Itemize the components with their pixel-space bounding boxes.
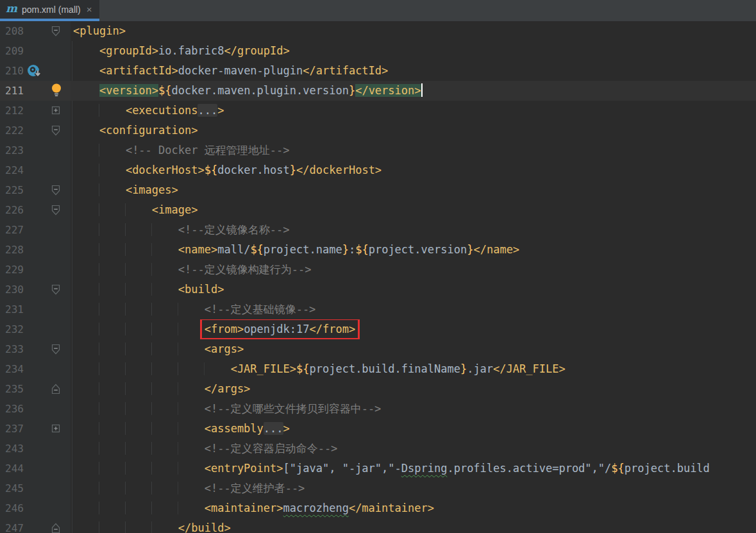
fold-marker-end[interactable] (51, 384, 60, 394)
editor[interactable]: 208<plugin>209 <groupId>io.fabric8</grou… (0, 21, 756, 533)
code-line-235[interactable]: 235 </args> (0, 379, 756, 399)
tab-close-icon[interactable]: × (85, 4, 92, 14)
code-text[interactable]: <!--定义哪些文件拷贝到容器中--> (71, 399, 756, 419)
code-line-210[interactable]: 210 <artifactId>docker-maven-plugin</art… (0, 61, 756, 81)
code-line-246[interactable]: 246 <maintainer>macrozheng</maintainer> (0, 498, 756, 518)
code-line-244[interactable]: 244 <entryPoint>["java", "-jar","-Dsprin… (0, 459, 756, 478)
code-line-211[interactable]: 211 <version>${docker.maven.plugin.versi… (0, 81, 756, 101)
code-line-223[interactable]: 223 <!-- Docker 远程管理地址--> (0, 140, 756, 160)
code-text[interactable]: <JAR_FILE>${project.build.finalName}.jar… (71, 359, 756, 379)
code-text[interactable]: <configuration> (71, 121, 756, 140)
fold-marker-expanded[interactable] (51, 125, 60, 136)
code-token: <executions (126, 104, 198, 117)
code-token: </dockerHost> (296, 164, 382, 176)
code-text[interactable]: <!--定义容器启动命令--> (71, 439, 756, 459)
code-text[interactable]: <!-- Docker 远程管理地址--> (71, 140, 756, 160)
code-line-232[interactable]: 232 <from>openjdk:17</from> (0, 319, 756, 339)
code-text[interactable]: <assembly...> (71, 419, 756, 439)
code-token: <maintainer> (205, 502, 283, 514)
code-token: io.fabric8 (158, 44, 224, 57)
code-token: </build> (178, 521, 231, 533)
code-line-226[interactable]: 226 <image> (0, 200, 756, 220)
code-token: .jar (467, 362, 493, 375)
code-line-228[interactable]: 228 <name>mall/${project.name}:${project… (0, 240, 756, 260)
code-line-225[interactable]: 225 <images> (0, 180, 756, 200)
fold-marker-expanded[interactable] (51, 185, 60, 196)
code-token: <!-- Docker 远程管理地址--> (126, 144, 290, 157)
code-line-231[interactable]: 231 <!--定义基础镜像--> (0, 300, 756, 319)
code-line-229[interactable]: 229 <!--定义镜像构建行为--> (0, 260, 756, 280)
indent-whitespace (73, 442, 205, 455)
code-line-245[interactable]: 245 <!--定义维护者--> (0, 478, 756, 498)
code-text[interactable]: </args> (71, 379, 756, 399)
code-token: <!--定义容器启动命令--> (205, 442, 338, 455)
fold-marker-expanded[interactable] (51, 284, 60, 295)
indent-whitespace (73, 124, 99, 137)
code-line-208[interactable]: 208<plugin> (0, 21, 756, 41)
code-line-237[interactable]: 237 <assembly...> (0, 419, 756, 439)
gutter: 235 (0, 379, 71, 399)
code-token: ... (197, 104, 217, 117)
code-token: </artifactId> (303, 64, 388, 77)
code-text[interactable]: <!--定义维护者--> (71, 478, 756, 498)
gutter: 246 (0, 498, 71, 518)
code-text[interactable]: <executions...> (71, 101, 756, 121)
fold-marker-collapsed[interactable] (51, 105, 60, 116)
code-text[interactable]: <build> (71, 280, 756, 300)
gutter: 210 (0, 61, 71, 81)
code-line-224[interactable]: 224 <dockerHost>${docker.host}</dockerHo… (0, 160, 756, 180)
code-text[interactable]: <!--定义镜像构建行为--> (71, 260, 756, 280)
fold-marker-end[interactable] (51, 523, 60, 533)
fold-marker-expanded[interactable] (51, 26, 60, 37)
indent-whitespace (73, 104, 126, 117)
line-number: 233 (5, 339, 24, 359)
indent-whitespace (73, 283, 178, 296)
code-line-234[interactable]: 234 <JAR_FILE>${project.build.finalName}… (0, 359, 756, 379)
code-token: docker.maven.plugin.version (172, 84, 349, 97)
code-line-243[interactable]: 243 <!--定义容器启动命令--> (0, 439, 756, 459)
code-text[interactable]: <groupId>io.fabric8</groupId> (71, 41, 756, 61)
indent-whitespace (73, 144, 126, 157)
code-token: </groupId> (224, 44, 289, 57)
tab-pom-xml[interactable]: m pom.xml (mall) × (0, 0, 99, 21)
code-text[interactable]: <from>openjdk:17</from> (71, 319, 756, 339)
code-token: } (460, 362, 467, 375)
code-text[interactable]: <entryPoint>["java", "-jar","-Dspring.pr… (71, 459, 756, 478)
code-text[interactable]: <args> (71, 339, 756, 359)
code-token: macrozheng (283, 502, 349, 514)
code-line-209[interactable]: 209 <groupId>io.fabric8</groupId> (0, 41, 756, 61)
code-line-222[interactable]: 222 <configuration> (0, 121, 756, 140)
code-line-230[interactable]: 230 <build> (0, 280, 756, 300)
fold-marker-expanded[interactable] (51, 344, 60, 355)
gutter: 233 (0, 339, 71, 359)
indent-whitespace (73, 422, 205, 435)
fold-marker-collapsed[interactable] (51, 423, 60, 434)
maven-download-icon[interactable] (27, 64, 42, 78)
code-text[interactable]: <maintainer>macrozheng</maintainer> (71, 498, 756, 518)
code-text[interactable]: <name>mall/${project.name}:${project.ver… (71, 240, 756, 260)
code-line-247[interactable]: 247 </build> (0, 518, 756, 533)
code-token: </name> (473, 243, 519, 256)
code-token: </maintainer> (349, 502, 434, 514)
indent-whitespace (73, 323, 205, 335)
bulb-icon[interactable] (51, 83, 67, 97)
line-number: 222 (5, 121, 24, 140)
code-text[interactable]: </build> (71, 518, 756, 533)
code-line-233[interactable]: 233 <args> (0, 339, 756, 359)
code-text[interactable]: <artifactId>docker-maven-plugin</artifac… (71, 61, 756, 81)
fold-marker-expanded[interactable] (51, 205, 60, 216)
code-line-212[interactable]: 212 <executions...> (0, 101, 756, 121)
code-line-227[interactable]: 227 <!--定义镜像名称--> (0, 220, 756, 240)
code-text[interactable]: <version>${docker.maven.plugin.version}<… (71, 81, 756, 101)
code-text[interactable]: <dockerHost>${docker.host}</dockerHost> (71, 160, 756, 180)
code-text[interactable]: <!--定义镜像名称--> (71, 220, 756, 240)
code-text[interactable]: <!--定义基础镜像--> (71, 300, 756, 319)
code-token: <!--定义基础镜像--> (205, 303, 316, 316)
code-line-236[interactable]: 236 <!--定义哪些文件拷贝到容器中--> (0, 399, 756, 419)
code-text[interactable]: <plugin> (71, 21, 756, 41)
indent-whitespace (73, 203, 152, 216)
gutter: 237 (0, 419, 71, 439)
code-text[interactable]: <image> (71, 200, 756, 220)
code-text[interactable]: <images> (71, 180, 756, 200)
code-token: </JAR_FILE> (493, 362, 566, 375)
